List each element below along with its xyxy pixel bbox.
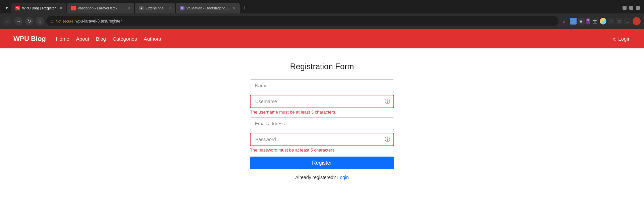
registration-form-container: Registration Form ⓘ The username must be… [250, 62, 394, 180]
extension-icon-3[interactable]: 📷 [592, 18, 598, 25]
tab-favicon-laravel: L [71, 6, 76, 10]
tab-favicon-ext: ★ [139, 6, 144, 10]
name-input[interactable] [250, 79, 394, 92]
username-error-message: The username must be at least 3 characte… [250, 110, 394, 115]
username-input[interactable] [250, 95, 394, 108]
email-field-group [250, 117, 394, 130]
tab-laravel[interactable]: L Validation - Laravel 8.x - The Ph... ✕ [67, 3, 134, 13]
nav-authors[interactable]: Authors [144, 36, 161, 42]
tab-favicon-wpu: W [15, 6, 20, 10]
toolbar-actions: ☆ ◉ 9 📷 / □ ⋮ [560, 17, 641, 25]
tab-label-4: Validation - Bootstrap v5.3 [186, 6, 229, 10]
extension-icon-6[interactable]: □ [616, 18, 623, 25]
navbar: WPU Blog Home About Blog Categories Auth… [0, 29, 644, 48]
browser-toolbar: ← → ↻ ⌂ ⚠ Not secure wpu-laravel-8.test/… [0, 13, 644, 29]
bookmark-star-icon[interactable]: ☆ [560, 17, 568, 25]
name-field-group [250, 79, 394, 92]
tab-label-1: WPU Blog | Register [22, 6, 56, 10]
tab-bar: ▼ W WPU Blog | Register ✕ L Validation -… [0, 0, 644, 13]
tab-wpu-blog[interactable]: W WPU Blog | Register ✕ [11, 3, 66, 13]
extension-icon-5[interactable]: / [608, 18, 614, 25]
login-label: Login [618, 36, 631, 42]
password-field-group: ⓘ The password must be at least 5 charac… [250, 133, 394, 153]
tab-favicon-bootstrap: B [180, 6, 184, 10]
minimize-button[interactable] [623, 6, 627, 10]
notification-badge: 9 [586, 18, 590, 25]
username-input-wrapper: ⓘ [250, 95, 394, 108]
tab-bootstrap[interactable]: B Validation - Bootstrap v5.3 ✕ [176, 3, 240, 13]
extension-icons: ◉ 9 📷 / □ ⋮ [570, 18, 631, 25]
navbar-nav: Home About Blog Categories Authors [56, 36, 161, 42]
profile-avatar[interactable] [633, 17, 641, 25]
form-title: Registration Form [250, 62, 394, 71]
tab-close-2[interactable]: ✕ [127, 6, 130, 10]
close-button[interactable] [636, 6, 640, 10]
tab-close-4[interactable]: ✕ [233, 6, 236, 10]
email-input[interactable] [250, 117, 394, 130]
maximize-button[interactable] [629, 6, 633, 10]
already-registered-label: Already registered? [295, 175, 336, 180]
email-input-wrapper [250, 117, 394, 130]
home-button[interactable]: ⌂ [36, 17, 44, 26]
password-error-message: The password must be at least 5 characte… [250, 148, 394, 153]
extension-icon-1[interactable] [570, 18, 577, 25]
tab-label-2: Validation - Laravel 8.x - The Ph... [78, 6, 124, 10]
password-input[interactable] [250, 133, 394, 146]
extension-icon-4[interactable] [600, 18, 606, 25]
already-registered-text: Already registered? Login [250, 175, 394, 180]
forward-button[interactable]: → [14, 17, 23, 26]
tab-label-3: Extensions [146, 6, 165, 10]
username-field-group: ⓘ The username must be at least 3 charac… [250, 95, 394, 115]
tab-close-3[interactable]: ✕ [168, 6, 171, 10]
password-input-wrapper: ⓘ [250, 133, 394, 146]
tab-close-1[interactable]: ✕ [59, 6, 62, 10]
reload-button[interactable]: ↻ [25, 17, 34, 26]
back-button[interactable]: ← [3, 17, 12, 26]
extension-icon-2[interactable]: ◉ [578, 18, 585, 25]
website: WPU Blog Home About Blog Categories Auth… [0, 29, 644, 194]
nav-blog[interactable]: Blog [96, 36, 106, 42]
nav-about[interactable]: About [76, 36, 89, 42]
url-display: wpu-laravel-8.test/register [75, 19, 554, 24]
password-error-icon: ⓘ [385, 136, 390, 143]
address-bar[interactable]: ⚠ Not secure wpu-laravel-8.test/register [46, 16, 558, 26]
navbar-right: ⎋ Login [613, 36, 631, 42]
navbar-login-link[interactable]: ⎋ Login [613, 36, 631, 42]
login-link[interactable]: Login [337, 175, 349, 180]
nav-categories[interactable]: Categories [113, 36, 137, 42]
browser-chrome: ▼ W WPU Blog | Register ✕ L Validation -… [0, 0, 644, 29]
extensions-button[interactable]: ⋮ [624, 18, 631, 25]
tab-dropdown-icon[interactable]: ▼ [3, 6, 11, 10]
navbar-brand[interactable]: WPU Blog [13, 35, 46, 43]
tab-extensions[interactable]: ★ Extensions ✕ [135, 3, 175, 13]
main-content: Registration Form ⓘ The username must be… [0, 48, 644, 194]
security-warning-icon: ⚠ [50, 19, 54, 24]
security-label: Not secure [56, 19, 73, 23]
name-input-wrapper [250, 79, 394, 92]
register-button[interactable]: Register [250, 157, 394, 169]
new-tab-button[interactable]: + [240, 5, 250, 12]
login-icon: ⎋ [613, 36, 616, 42]
username-error-icon: ⓘ [385, 98, 390, 105]
nav-home[interactable]: Home [56, 36, 69, 42]
